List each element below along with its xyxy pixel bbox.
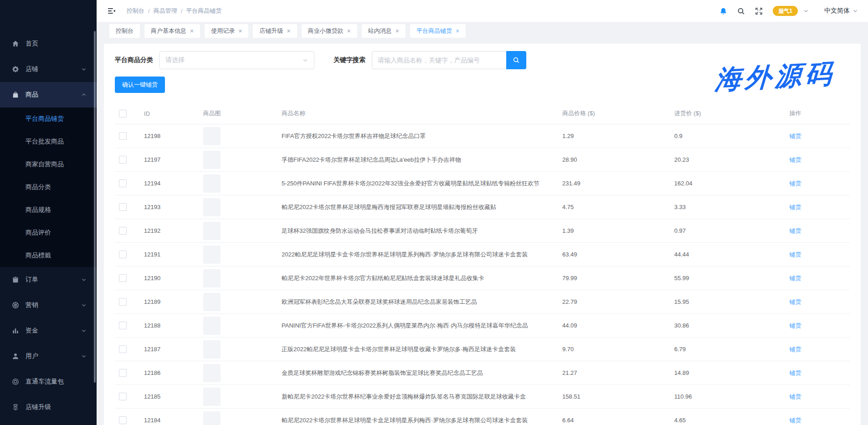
sidebar-item-0[interactable]: 首页 bbox=[0, 31, 97, 56]
confirm-distribute-button[interactable]: 确认一键铺货 bbox=[115, 77, 165, 93]
product-id: 12187 bbox=[133, 338, 191, 361]
tab-3[interactable]: 店铺升级× bbox=[253, 24, 297, 38]
sidebar-subitem-2-5[interactable]: 商品评价 bbox=[0, 221, 97, 244]
sidebar-item-5[interactable]: 资金 bbox=[0, 318, 97, 343]
distribute-link[interactable]: 铺货 bbox=[790, 417, 801, 424]
product-id: 12188 bbox=[133, 314, 191, 338]
row-checkbox[interactable] bbox=[119, 298, 127, 306]
row-checkbox[interactable] bbox=[119, 132, 127, 140]
sidebar-nav: 首页店铺商品平台商品铺货平台批发商品商家自营商品商品分类商品规格商品评价商品標籤… bbox=[0, 0, 97, 420]
sidebar-subitem-2-2[interactable]: 商家自营商品 bbox=[0, 153, 97, 176]
row-checkbox[interactable] bbox=[119, 251, 127, 258]
sidebar-item-6[interactable]: 用户 bbox=[0, 343, 97, 369]
product-image-placeholder bbox=[203, 411, 221, 425]
purchase-price: 15.95 bbox=[674, 290, 789, 314]
tab-close-icon[interactable]: × bbox=[238, 28, 242, 34]
select-all-checkbox[interactable] bbox=[119, 110, 127, 118]
product-image-placeholder bbox=[203, 340, 221, 358]
product-image-placeholder bbox=[203, 364, 221, 382]
product-name: PANINI官方FIFA世界杯-卡塔尔2022系列人偶明星莱昂内尔·梅西·内马尔… bbox=[269, 314, 562, 338]
tab-1[interactable]: 商户基本信息× bbox=[144, 24, 200, 38]
product-image-placeholder bbox=[203, 198, 221, 216]
tab-label: 平台商品铺货 bbox=[416, 27, 452, 35]
breadcrumb-item[interactable]: 控制台 bbox=[127, 7, 144, 15]
row-checkbox[interactable] bbox=[119, 227, 127, 235]
search-icon[interactable] bbox=[737, 7, 745, 15]
product-price: 1.29 bbox=[562, 124, 674, 148]
table-body: 12198FIFA官方授权2022卡塔尔世界杯吉祥物足球纪念品口罩1.290.9… bbox=[115, 124, 850, 425]
language-selector[interactable]: 中文简体 bbox=[824, 7, 858, 15]
user-badge[interactable]: 服气1 bbox=[773, 6, 798, 16]
row-checkbox[interactable] bbox=[119, 416, 127, 424]
product-name: 帕尼尼2022卡塔尔世界杯足球明星梅西海报冠军联赛足球明星墙贴海报粉丝收藏贴 bbox=[269, 195, 562, 219]
distribute-link[interactable]: 铺货 bbox=[790, 275, 801, 282]
sidebar-item-1[interactable]: 店铺 bbox=[0, 56, 97, 82]
notification-bell-icon[interactable] bbox=[719, 7, 727, 15]
collapse-menu-icon[interactable] bbox=[108, 7, 116, 15]
distribute-link[interactable]: 铺货 bbox=[790, 156, 801, 163]
row-checkbox[interactable] bbox=[119, 203, 127, 211]
sidebar-item-7[interactable]: 直通车流量包 bbox=[0, 369, 97, 394]
tab-5[interactable]: 站内消息× bbox=[362, 24, 406, 38]
row-checkbox[interactable] bbox=[119, 322, 127, 329]
distribute-link[interactable]: 铺货 bbox=[790, 227, 801, 234]
distribute-link[interactable]: 铺货 bbox=[790, 393, 801, 400]
tab-6[interactable]: 平台商品铺货× bbox=[410, 24, 466, 38]
category-select[interactable]: 请选择 bbox=[159, 51, 314, 69]
purchase-price: 55.99 bbox=[674, 266, 789, 290]
topbar: 控制台 / 商品管理 / 平台商品铺货 bbox=[97, 0, 868, 22]
distribute-link[interactable]: 铺货 bbox=[790, 298, 801, 305]
sidebar-item-3[interactable]: 订单 bbox=[0, 267, 97, 292]
distribute-link[interactable]: 铺货 bbox=[790, 322, 801, 329]
tab-0[interactable]: 控制台 bbox=[109, 24, 140, 38]
sidebar-item-8[interactable]: 店铺升级 bbox=[0, 394, 97, 420]
sidebar-subitem-2-6[interactable]: 商品標籤 bbox=[0, 244, 97, 267]
sidebar-subitem-2-3[interactable]: 商品分类 bbox=[0, 176, 97, 199]
tab-label: 站内消息 bbox=[368, 27, 392, 35]
sidebar-item-label: 用户 bbox=[26, 352, 81, 360]
sidebar-scrollbar[interactable] bbox=[94, 31, 96, 383]
distribute-link[interactable]: 铺货 bbox=[790, 251, 801, 258]
sidebar-subitem-2-4[interactable]: 商品规格 bbox=[0, 199, 97, 221]
product-price: 9.70 bbox=[562, 338, 674, 361]
language-label: 中文简体 bbox=[824, 7, 850, 15]
tab-close-icon[interactable]: × bbox=[347, 28, 351, 34]
gear-icon bbox=[12, 66, 19, 73]
distribute-link[interactable]: 铺货 bbox=[790, 346, 801, 353]
tab-close-icon[interactable]: × bbox=[456, 28, 459, 34]
row-checkbox[interactable] bbox=[119, 156, 127, 164]
tab-close-icon[interactable]: × bbox=[395, 28, 399, 34]
row-checkbox[interactable] bbox=[119, 393, 127, 400]
table-row: 12185新帕尼尼卡2022卡塔尔世界杯纪事业余爱好盒顶梅林爆炸队签名马赛克国际… bbox=[115, 385, 850, 409]
breadcrumb-item: 平台商品铺货 bbox=[186, 7, 221, 15]
tab-close-icon[interactable]: × bbox=[287, 28, 290, 34]
keyword-search-input[interactable] bbox=[372, 51, 506, 69]
row-checkbox[interactable] bbox=[119, 179, 127, 187]
product-id: 12192 bbox=[133, 219, 191, 243]
table-row: 12192足球杯32强国旗纹身防水运动会马拉松赛事派对活动临时贴纸卡塔尔葡萄牙1… bbox=[115, 219, 850, 243]
sidebar-subitem-2-0[interactable]: 平台商品铺货 bbox=[0, 108, 97, 130]
breadcrumb-item[interactable]: 商品管理 bbox=[154, 7, 177, 15]
distribute-link[interactable]: 铺货 bbox=[790, 369, 801, 376]
target-icon bbox=[12, 378, 19, 385]
tab-close-icon[interactable]: × bbox=[190, 28, 194, 34]
sidebar-subitem-2-1[interactable]: 平台批发商品 bbox=[0, 130, 97, 153]
sidebar-item-label: 营销 bbox=[26, 301, 81, 309]
tab-2[interactable]: 使用记录× bbox=[205, 24, 248, 38]
distribute-link[interactable]: 铺货 bbox=[790, 180, 801, 187]
distribute-link[interactable]: 铺货 bbox=[790, 204, 801, 210]
tab-4[interactable]: 商业小微贷款× bbox=[302, 24, 357, 38]
sidebar-item-2[interactable]: 商品 bbox=[0, 82, 97, 108]
bag-icon bbox=[12, 91, 19, 98]
breadcrumb-separator: / bbox=[181, 8, 183, 15]
fullscreen-icon[interactable] bbox=[755, 7, 763, 15]
row-checkbox[interactable] bbox=[119, 345, 127, 353]
search-button[interactable] bbox=[506, 51, 526, 69]
row-checkbox[interactable] bbox=[119, 274, 127, 282]
row-checkbox[interactable] bbox=[119, 369, 127, 377]
user-menu[interactable]: 服气1 bbox=[773, 6, 809, 16]
keyword-input-group bbox=[372, 51, 526, 69]
sidebar-item-4[interactable]: 营销 bbox=[0, 292, 97, 318]
distribute-link[interactable]: 铺货 bbox=[790, 133, 801, 139]
sidebar-item-label: 直通车流量包 bbox=[26, 378, 87, 386]
